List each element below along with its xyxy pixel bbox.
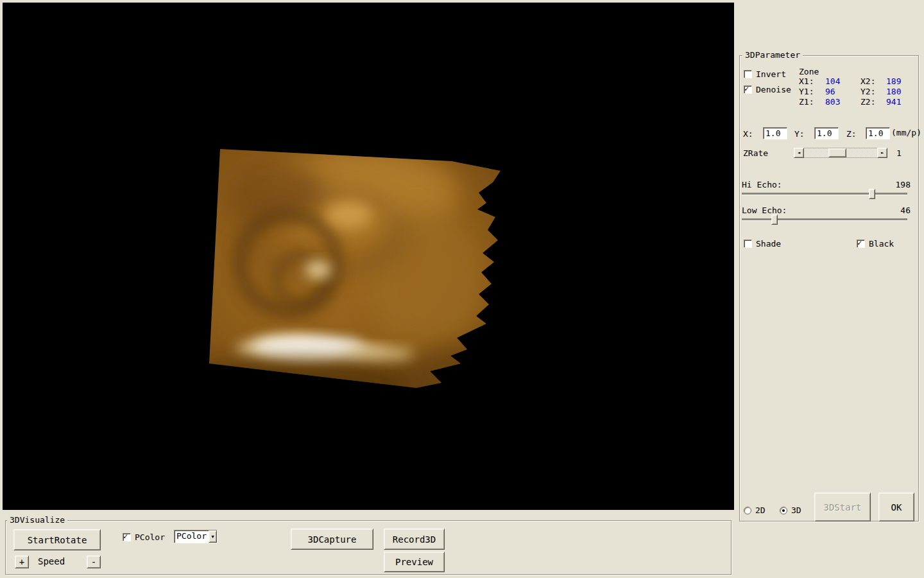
pcolor-select-dropdown-button[interactable]: ▼ [209,530,217,543]
speed-label: Speed [38,556,65,566]
zrate-scrollbar[interactable]: ◄ ► [794,148,887,158]
speed-plus-button-label: + [19,557,24,567]
low-echo-slider-thumb[interactable] [771,215,778,225]
app-window: { "icons": { "check": "✓", "arrow_left":… [0,0,924,578]
hi-echo-label: Hi Echo: [742,180,782,189]
zrate-label: ZRate [743,148,768,158]
shade-checkbox-box [744,240,752,248]
record3d-button[interactable]: Record3D [384,529,445,550]
mode-3d-radio[interactable]: 3D [780,505,801,515]
low-echo-slider-track [742,218,907,220]
start-rotate-button-label: StartRotate [28,535,87,545]
scale-z-input[interactable] [866,127,890,139]
speed-minus-button-label: - [91,557,96,567]
start-rotate-button[interactable]: StartRotate [13,529,101,550]
ok-button-label: OK [891,502,902,512]
mode-2d-radio-label: 2D [755,505,766,515]
invert-checkbox-box [744,70,752,78]
zone-z2-value: 941 [886,97,901,107]
denoise-checkbox[interactable]: ✓ Denoise [744,85,791,94]
ok-button[interactable]: OK [878,493,914,521]
mode-2d-radio-circle [744,507,751,514]
black-checkbox-label: Black [869,239,894,249]
zone-z2-label: Z2: [860,97,875,107]
invert-checkbox-label: Invert [756,69,786,79]
zrate-scrollbar-thumb[interactable] [828,148,846,157]
shade-checkbox-label: Shade [756,239,781,249]
zone-x2-label: X2: [860,76,875,86]
pcolor-checkbox-label: PColor [135,532,165,542]
scale-y-label: Y: [794,129,805,139]
parameter-group: 3DParameter Invert ✓ Denoise Zone X1: 10… [739,55,919,521]
speed-plus-button[interactable]: + [15,556,29,568]
zone-y2-value: 180 [886,87,901,96]
scale-z-label: Z: [846,129,857,139]
start3d-button-label: 3DStart [823,502,861,512]
parameter-group-title: 3DParameter [742,50,803,60]
arrow-right-icon: ► [881,150,884,155]
capture3d-button[interactable]: 3DCapture [291,529,373,550]
mode-3d-radio-label: 3D [791,505,801,515]
zone-x1-value: 104 [825,76,840,86]
zone-y1-label: Y1: [799,87,814,96]
preview-button-label: Preview [395,557,433,567]
pcolor-checkbox-box: ✓ [123,533,131,541]
preview-button[interactable]: Preview [384,552,445,572]
visualize-group: 3DVisualize StartRotate ✓ PColor PColor … [5,520,732,575]
denoise-checkbox-label: Denoise [756,85,791,94]
check-icon: ✓ [744,84,749,93]
ultrasound-render [3,3,734,510]
invert-checkbox[interactable]: Invert [744,69,786,79]
scale-x-label: X: [743,129,753,139]
zone-z1-label: Z1: [799,97,814,107]
mode-3d-radio-circle [780,507,787,514]
pcolor-select-value: PColor [175,530,209,543]
radio-dot [782,509,785,512]
record3d-button-label: Record3D [393,534,436,545]
zone-x1-label: X1: [799,76,814,86]
zone-x2-value: 189 [886,76,901,86]
hi-echo-value: 198 [896,180,911,189]
pcolor-checkbox[interactable]: ✓ PColor [123,532,165,542]
scale-unit-label: (mm/p) [891,128,921,137]
denoise-checkbox-box: ✓ [744,85,752,94]
chevron-down-icon: ▼ [211,534,214,539]
low-echo-value: 46 [900,206,911,215]
visualize-group-title: 3DVisualize [7,515,67,525]
low-echo-label: Low Echo: [742,206,787,215]
zrate-scrollbar-track[interactable] [804,148,877,158]
zone-y2-label: Y2: [860,87,875,96]
hi-echo-slider-track [742,193,907,195]
black-checkbox-box: ✓ [857,240,865,248]
zrate-scroll-right-button[interactable]: ► [877,148,887,158]
black-checkbox[interactable]: ✓ Black [857,239,894,249]
arrow-left-icon: ◄ [798,150,800,155]
shade-checkbox[interactable]: Shade [744,239,781,249]
mode-2d-radio[interactable]: 2D [744,505,766,515]
start3d-button[interactable]: 3DStart [814,493,871,521]
hi-echo-slider-thumb[interactable] [869,189,875,199]
render-viewport[interactable] [3,3,734,510]
scale-y-input[interactable] [814,127,839,139]
zrate-scroll-left-button[interactable]: ◄ [794,148,804,158]
check-icon: ✓ [857,238,862,247]
hi-echo-slider[interactable] [742,189,907,199]
speed-minus-button[interactable]: - [87,556,101,568]
scale-x-input[interactable] [763,127,787,139]
pcolor-select[interactable]: PColor ▼ [174,530,218,543]
zrate-value: 1 [896,148,902,158]
capture3d-button-label: 3DCapture [308,534,357,545]
zone-y1-value: 96 [825,87,835,96]
check-icon: ✓ [123,532,128,541]
low-echo-slider[interactable] [742,215,907,225]
zone-z1-value: 803 [825,97,840,107]
zone-title: Zone [799,67,819,76]
